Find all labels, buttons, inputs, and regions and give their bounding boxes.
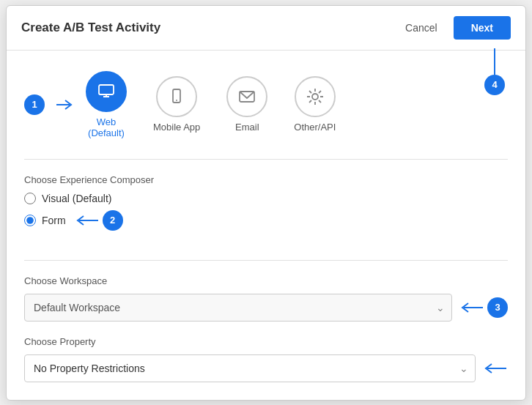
channel-mobile[interactable]: Mobile App xyxy=(153,76,200,133)
step3-arrow-icon xyxy=(458,302,484,313)
property-select[interactable]: No Property Restrictions xyxy=(24,354,476,382)
email-icon-circle xyxy=(226,76,267,117)
form-radio-label: Form xyxy=(42,215,66,226)
channel-other[interactable]: Other/API xyxy=(294,76,336,133)
other-label: Other/API xyxy=(294,122,336,133)
visual-radio-label: Visual (Default) xyxy=(42,193,111,204)
visual-radio[interactable] xyxy=(24,193,36,204)
other-api-icon xyxy=(306,87,325,106)
create-ab-test-modal: Create A/B Test Activity Cancel Next 1 xyxy=(6,5,526,401)
radio-group-composer: Visual (Default) Form 2 xyxy=(24,193,508,231)
visual-radio-item[interactable]: Visual (Default) xyxy=(24,193,508,204)
header-actions: Cancel Next xyxy=(398,16,511,40)
step3-bubble: 3 xyxy=(487,297,508,318)
step2-arrow-icon xyxy=(73,215,100,226)
workspace-section: Choose Workspace Default Workspace ⌄ 3 xyxy=(24,275,508,322)
svg-line-15 xyxy=(309,100,311,103)
step1-bubble: 1 xyxy=(24,94,45,115)
next-button[interactable]: Next xyxy=(454,16,511,40)
property-select-wrapper: No Property Restrictions ⌄ xyxy=(24,354,476,382)
mobile-icon xyxy=(167,87,186,106)
other-icon-circle xyxy=(295,76,336,117)
step3-annotation: 3 xyxy=(458,297,508,318)
svg-rect-1 xyxy=(99,85,114,94)
modal-header: Create A/B Test Activity Cancel Next xyxy=(7,6,525,51)
channel-email[interactable]: Email xyxy=(226,76,267,133)
property-section: Choose Property No Property Restrictions… xyxy=(24,336,508,382)
form-radio[interactable] xyxy=(24,215,36,226)
svg-point-5 xyxy=(176,100,177,101)
composer-label: Choose Experience Composer xyxy=(24,174,508,185)
workspace-select-wrapper: Default Workspace ⌄ xyxy=(24,294,452,322)
svg-line-14 xyxy=(319,91,321,93)
web-icon-circle xyxy=(86,71,127,112)
svg-line-13 xyxy=(319,100,321,103)
mobile-label: Mobile App xyxy=(153,122,200,133)
workspace-label: Choose Workspace xyxy=(24,275,508,286)
form-radio-item[interactable]: Form xyxy=(24,215,66,226)
modal-body: 1 xyxy=(7,51,525,397)
email-label: Email xyxy=(235,122,259,133)
step1-arrow-icon xyxy=(56,99,74,111)
email-icon xyxy=(237,87,256,106)
channel-section: 1 xyxy=(24,65,508,160)
cancel-button[interactable]: Cancel xyxy=(398,18,445,38)
property-label: Choose Property xyxy=(24,336,508,347)
workspace-select[interactable]: Default Workspace xyxy=(24,294,452,322)
composer-section: Choose Experience Composer Visual (Defau… xyxy=(24,174,508,261)
mobile-icon-circle xyxy=(156,76,197,117)
property-arrow-icon xyxy=(481,363,508,374)
svg-point-7 xyxy=(312,94,318,100)
web-icon xyxy=(97,82,116,101)
svg-line-12 xyxy=(309,91,311,93)
modal-title: Create A/B Test Activity xyxy=(21,21,160,35)
web-label: Web(Default) xyxy=(88,116,125,138)
step2-bubble: 2 xyxy=(103,210,123,231)
channel-web[interactable]: Web(Default) xyxy=(86,71,127,138)
